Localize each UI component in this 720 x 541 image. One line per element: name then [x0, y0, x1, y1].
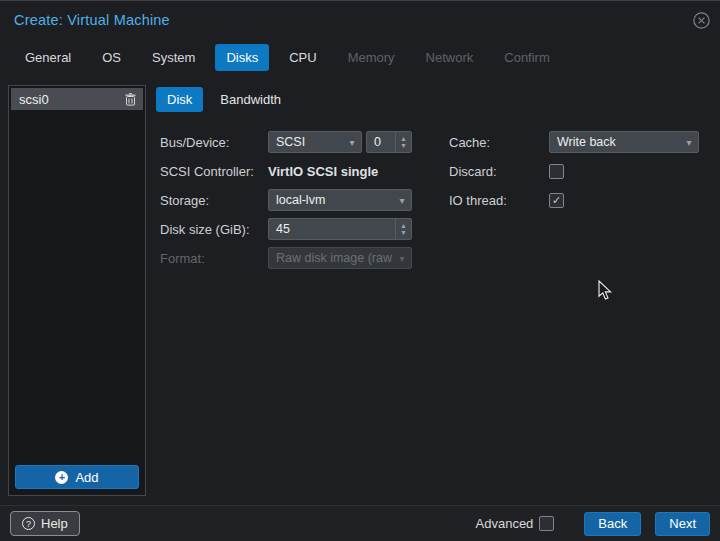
chevron-down-icon: ▾ [393, 195, 411, 206]
close-icon[interactable] [692, 11, 710, 29]
cache-select-value: Write back [550, 135, 680, 149]
back-button[interactable]: Back [584, 512, 641, 536]
disk-size-label: Disk size (GiB): [160, 222, 268, 237]
list-item-scsi0[interactable]: scsi0 [11, 88, 143, 110]
plus-circle-icon: + [55, 471, 68, 484]
add-button-label: Add [75, 470, 98, 485]
advanced-label: Advanced [476, 516, 534, 531]
subtab-bandwidth[interactable]: Bandwidth [209, 87, 292, 112]
disk-item-label: scsi0 [19, 92, 49, 107]
format-select-value: Raw disk image (raw [269, 251, 393, 265]
bus-select[interactable]: SCSI ▾ [268, 131, 362, 153]
advanced-checkbox[interactable] [539, 516, 554, 531]
chevron-down-icon: ▾ [343, 137, 361, 148]
stepper-arrows-icon[interactable]: ▲▼ [395, 132, 411, 152]
bus-select-value: SCSI [269, 135, 343, 149]
help-button-label: Help [41, 516, 68, 531]
tab-general[interactable]: General [14, 44, 82, 71]
stepper-arrows-icon[interactable]: ▲▼ [395, 219, 411, 239]
bus-number-value: 0 [367, 135, 395, 149]
tab-memory: Memory [337, 44, 406, 71]
help-circle-icon: ? [22, 517, 35, 530]
storage-select[interactable]: local-lvm ▾ [268, 189, 412, 211]
io-thread-checkbox[interactable] [549, 193, 564, 208]
cache-select[interactable]: Write back ▾ [549, 131, 699, 153]
tab-cpu[interactable]: CPU [278, 44, 327, 71]
bus-device-label: Bus/Device: [160, 135, 268, 150]
disk-settings-panel: Disk Bandwidth Bus/Device: SCSI ▾ 0 ▲▼ [156, 87, 712, 497]
help-button[interactable]: ? Help [10, 511, 80, 536]
storage-select-value: local-lvm [269, 193, 393, 207]
add-disk-button[interactable]: + Add [15, 465, 139, 489]
format-label: Format: [160, 251, 268, 266]
chevron-down-icon: ▾ [393, 253, 411, 264]
page-title: Create: Virtual Machine [14, 12, 170, 28]
wizard-tabbar: General OS System Disks CPU Memory Netwo… [14, 41, 712, 73]
tab-os[interactable]: OS [91, 44, 132, 71]
tab-system[interactable]: System [141, 44, 206, 71]
disk-subtabs: Disk Bandwidth [156, 87, 712, 112]
bus-number-stepper[interactable]: 0 ▲▼ [366, 131, 412, 153]
tab-disks[interactable]: Disks [215, 44, 269, 71]
trash-icon[interactable] [123, 92, 137, 106]
cache-label: Cache: [449, 135, 549, 150]
disk-form: Bus/Device: SCSI ▾ 0 ▲▼ Cache: Write bac… [160, 131, 710, 276]
storage-label: Storage: [160, 193, 268, 208]
disk-size-value: 45 [269, 222, 395, 236]
format-select: Raw disk image (raw ▾ [268, 247, 412, 269]
disk-size-stepper[interactable]: 45 ▲▼ [268, 218, 412, 240]
tab-confirm: Confirm [493, 44, 561, 71]
subtab-disk[interactable]: Disk [156, 87, 203, 112]
next-button[interactable]: Next [655, 512, 710, 536]
create-vm-dialog: Create: Virtual Machine General OS Syste… [0, 0, 720, 541]
tab-network: Network [415, 44, 485, 71]
disk-list-panel: scsi0 + Add [8, 85, 146, 496]
discard-label: Discard: [449, 164, 549, 179]
scsi-controller-label: SCSI Controller: [160, 164, 268, 179]
scsi-controller-value: VirtIO SCSI single [268, 164, 378, 179]
chevron-down-icon: ▾ [680, 137, 698, 148]
io-thread-label: IO thread: [449, 193, 549, 208]
dialog-footer: ? Help Advanced Back Next [0, 505, 720, 541]
dialog-titlebar: Create: Virtual Machine [0, 1, 720, 39]
discard-checkbox[interactable] [549, 164, 564, 179]
